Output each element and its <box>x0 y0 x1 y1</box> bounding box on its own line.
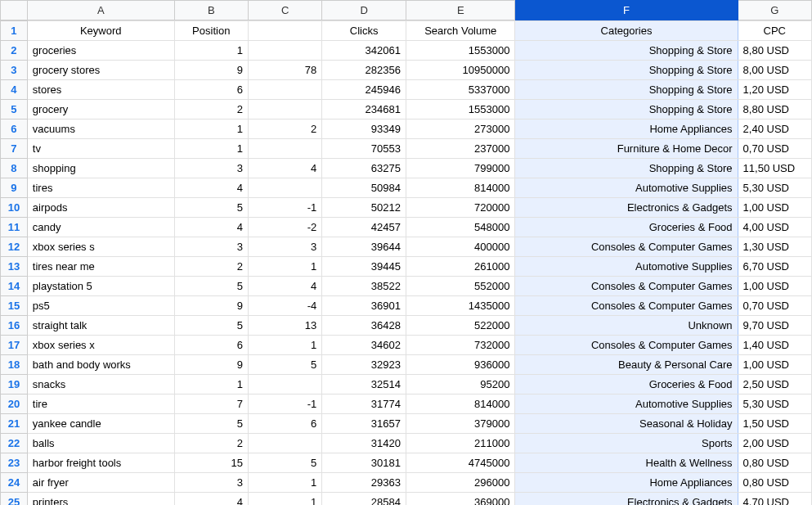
data-cell[interactable]: -1 <box>248 395 321 414</box>
data-cell[interactable]: vacuums <box>27 119 174 139</box>
data-cell[interactable]: 32514 <box>322 375 406 395</box>
data-cell[interactable]: 237000 <box>406 139 514 159</box>
data-cell[interactable]: Consoles & Computer Games <box>515 336 738 355</box>
data-cell[interactable]: snacks <box>27 375 174 395</box>
data-cell[interactable]: 32923 <box>322 355 406 375</box>
data-cell[interactable]: 1553000 <box>406 100 514 119</box>
data-cell[interactable]: 1,00 USD <box>738 277 811 296</box>
row-header[interactable]: 5 <box>1 100 28 119</box>
data-cell[interactable]: 3 <box>174 473 248 493</box>
data-cell[interactable]: shopping <box>27 159 174 178</box>
data-cell[interactable]: 39644 <box>322 237 406 257</box>
data-cell[interactable]: 379000 <box>406 414 514 434</box>
data-cell[interactable]: 34602 <box>322 336 406 355</box>
data-cell[interactable]: 0,80 USD <box>738 473 811 493</box>
data-cell[interactable]: 548000 <box>406 218 514 237</box>
col-header-G[interactable]: G <box>738 1 811 20</box>
data-cell[interactable]: 245946 <box>322 80 406 100</box>
data-cell[interactable]: 552000 <box>406 277 514 296</box>
data-cell[interactable]: Beauty & Personal Care <box>515 355 738 375</box>
data-cell[interactable] <box>248 139 321 159</box>
data-cell[interactable]: airpods <box>27 198 174 218</box>
data-cell[interactable]: 369000 <box>406 493 514 506</box>
row-header[interactable]: 13 <box>1 257 28 277</box>
data-cell[interactable]: tv <box>27 139 174 159</box>
col-header-A[interactable]: A <box>27 1 174 20</box>
row-header[interactable]: 23 <box>1 453 28 473</box>
data-cell[interactable]: Shopping & Store <box>515 100 738 119</box>
row-header[interactable]: 22 <box>1 434 28 453</box>
row-header[interactable]: 16 <box>1 316 28 336</box>
data-cell[interactable]: 2,40 USD <box>738 119 811 139</box>
data-cell[interactable]: Shopping & Store <box>515 61 738 80</box>
data-cell[interactable]: 1 <box>248 473 321 493</box>
data-cell[interactable]: 2 <box>174 100 248 119</box>
data-cell[interactable]: 5 <box>174 198 248 218</box>
data-cell[interactable]: 11,50 USD <box>738 159 811 178</box>
header-cell[interactable]: Keyword <box>27 21 174 41</box>
data-cell[interactable]: 1553000 <box>406 41 514 61</box>
header-cell[interactable] <box>248 21 321 41</box>
data-cell[interactable]: 1 <box>248 336 321 355</box>
data-cell[interactable]: 2,00 USD <box>738 434 811 453</box>
data-cell[interactable]: 28584 <box>322 493 406 506</box>
data-cell[interactable]: Shopping & Store <box>515 41 738 61</box>
data-cell[interactable]: 5 <box>248 453 321 473</box>
data-cell[interactable]: 1 <box>174 119 248 139</box>
data-cell[interactable]: Sports <box>515 434 738 453</box>
data-cell[interactable]: 2,50 USD <box>738 375 811 395</box>
data-cell[interactable]: 9 <box>174 296 248 316</box>
data-cell[interactable]: 36428 <box>322 316 406 336</box>
data-cell[interactable]: 5 <box>174 316 248 336</box>
data-cell[interactable]: 9,70 USD <box>738 316 811 336</box>
col-header-E[interactable]: E <box>406 1 514 20</box>
data-cell[interactable]: 732000 <box>406 336 514 355</box>
row-header[interactable]: 10 <box>1 198 28 218</box>
data-cell[interactable]: 31774 <box>322 395 406 414</box>
data-cell[interactable]: 522000 <box>406 316 514 336</box>
data-cell[interactable]: xbox series x <box>27 336 174 355</box>
data-cell[interactable]: 10950000 <box>406 61 514 80</box>
data-cell[interactable]: Home Appliances <box>515 119 738 139</box>
row-header-1[interactable]: 1 <box>1 21 28 41</box>
data-cell[interactable]: straight talk <box>27 316 174 336</box>
data-cell[interactable]: 211000 <box>406 434 514 453</box>
row-header[interactable]: 2 <box>1 41 28 61</box>
data-cell[interactable]: 342061 <box>322 41 406 61</box>
data-cell[interactable]: 720000 <box>406 198 514 218</box>
row-header[interactable]: 4 <box>1 80 28 100</box>
data-cell[interactable]: Electronics & Gadgets <box>515 493 738 506</box>
data-cell[interactable]: 6 <box>248 414 321 434</box>
data-cell[interactable]: 8,80 USD <box>738 100 811 119</box>
data-cell[interactable]: bath and body works <box>27 355 174 375</box>
data-cell[interactable]: stores <box>27 80 174 100</box>
data-cell[interactable]: 4 <box>248 277 321 296</box>
data-cell[interactable]: 1,40 USD <box>738 336 811 355</box>
data-cell[interactable]: 273000 <box>406 119 514 139</box>
data-cell[interactable]: 4 <box>248 159 321 178</box>
data-cell[interactable]: 4,70 USD <box>738 493 811 506</box>
data-cell[interactable]: 1 <box>174 41 248 61</box>
header-cell[interactable]: Position <box>174 21 248 41</box>
data-cell[interactable]: Seasonal & Holiday <box>515 414 738 434</box>
data-cell[interactable]: 39445 <box>322 257 406 277</box>
data-cell[interactable]: 1,50 USD <box>738 414 811 434</box>
data-cell[interactable]: ps5 <box>27 296 174 316</box>
data-cell[interactable]: 0,80 USD <box>738 453 811 473</box>
data-cell[interactable]: Furniture & Home Decor <box>515 139 738 159</box>
data-cell[interactable]: 4 <box>174 493 248 506</box>
data-cell[interactable]: 13 <box>248 316 321 336</box>
data-cell[interactable]: 261000 <box>406 257 514 277</box>
data-cell[interactable]: grocery <box>27 100 174 119</box>
data-cell[interactable]: Unknown <box>515 316 738 336</box>
data-cell[interactable]: 1 <box>174 375 248 395</box>
spreadsheet[interactable]: A B C D E F G 1KeywordPositionClicksSear… <box>0 0 812 505</box>
row-header[interactable]: 14 <box>1 277 28 296</box>
header-cell[interactable]: Clicks <box>322 21 406 41</box>
row-header[interactable]: 6 <box>1 119 28 139</box>
row-header[interactable]: 3 <box>1 61 28 80</box>
data-cell[interactable]: 50984 <box>322 178 406 198</box>
data-cell[interactable]: 1 <box>248 257 321 277</box>
row-header[interactable]: 15 <box>1 296 28 316</box>
data-cell[interactable]: 4,00 USD <box>738 218 811 237</box>
